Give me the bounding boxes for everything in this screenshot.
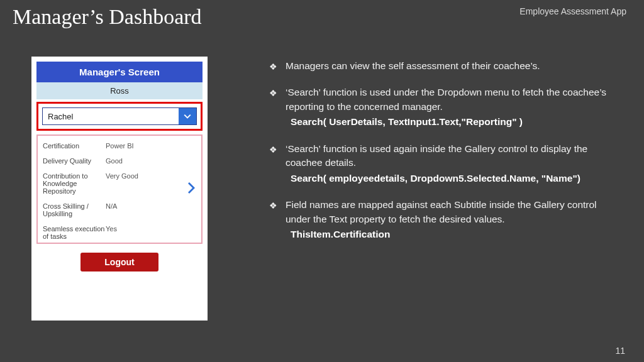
- coachee-dropdown-value: Rachel: [43, 108, 179, 124]
- coachee-details-gallery: Certification Power BI Delivery Quality …: [36, 134, 203, 244]
- bullet-code: Search( employeedetails, Dropdown5.Selec…: [286, 172, 621, 185]
- detail-label: Contribution to Knowledge Repository: [43, 172, 106, 195]
- bullet-item: ❖ ‘Search’ function is used again inside…: [269, 142, 621, 185]
- bullet-code: Search( UserDetails, TextInput1.Text,"Re…: [286, 115, 621, 129]
- detail-value: Yes: [106, 225, 196, 240]
- bullet-marker-icon: ❖: [269, 198, 286, 241]
- bullet-code: ThisItem.Certification: [286, 228, 621, 241]
- chevron-right-icon[interactable]: [185, 182, 197, 197]
- slide-title: Manager’s Dashboard: [13, 5, 202, 29]
- explanation-bullets: ❖ Managers can view the self assessment …: [269, 59, 621, 255]
- detail-label: Certification: [43, 142, 106, 150]
- app-label: Employee Assessment App: [519, 6, 626, 16]
- bullet-marker-icon: ❖: [269, 85, 286, 129]
- detail-row: Contribution to Knowledge Repository Ver…: [43, 172, 196, 195]
- bullet-text: ‘Search’ function is used again inside t…: [286, 143, 587, 168]
- detail-value: Very Good: [106, 172, 196, 195]
- dropdown-highlight-frame: Rachel: [36, 102, 203, 131]
- bullet-item: ❖ Field names are mapped against each Su…: [269, 198, 621, 241]
- bullet-text: Managers can view the self assessment of…: [286, 60, 540, 71]
- detail-label: Cross Skilling / Upskilling: [43, 202, 106, 217]
- bullet-marker-icon: ❖: [269, 59, 286, 73]
- detail-label: Delivery Quality: [43, 157, 106, 165]
- detail-value: N/A: [106, 202, 196, 217]
- chevron-down-icon[interactable]: [179, 108, 196, 124]
- bullet-text: Field names are mapped against each Subt…: [286, 199, 597, 224]
- detail-value: Power BI: [106, 142, 196, 150]
- bullet-item: ❖ ‘Search’ function is used under the Dr…: [269, 85, 621, 129]
- detail-row: Cross Skilling / Upskilling N/A: [43, 202, 196, 217]
- logout-button[interactable]: Logout: [80, 253, 158, 272]
- detail-row: Seamless execution of tasks Yes: [43, 225, 196, 240]
- bullet-text: ‘Search’ function is used under the Drop…: [286, 87, 606, 111]
- manager-screen-mock: Manager's Screen Ross Rachel Certificati…: [31, 57, 208, 321]
- screen-header: Manager's Screen: [36, 62, 203, 82]
- coachee-dropdown[interactable]: Rachel: [42, 107, 197, 125]
- detail-row: Delivery Quality Good: [43, 157, 196, 165]
- bullet-marker-icon: ❖: [269, 142, 286, 185]
- detail-row: Certification Power BI: [43, 142, 196, 150]
- detail-value: Good: [106, 157, 196, 165]
- page-number: 11: [615, 346, 625, 356]
- detail-label: Seamless execution of tasks: [43, 225, 106, 240]
- current-user-label: Ross: [36, 82, 203, 99]
- bullet-item: ❖ Managers can view the self assessment …: [269, 59, 621, 73]
